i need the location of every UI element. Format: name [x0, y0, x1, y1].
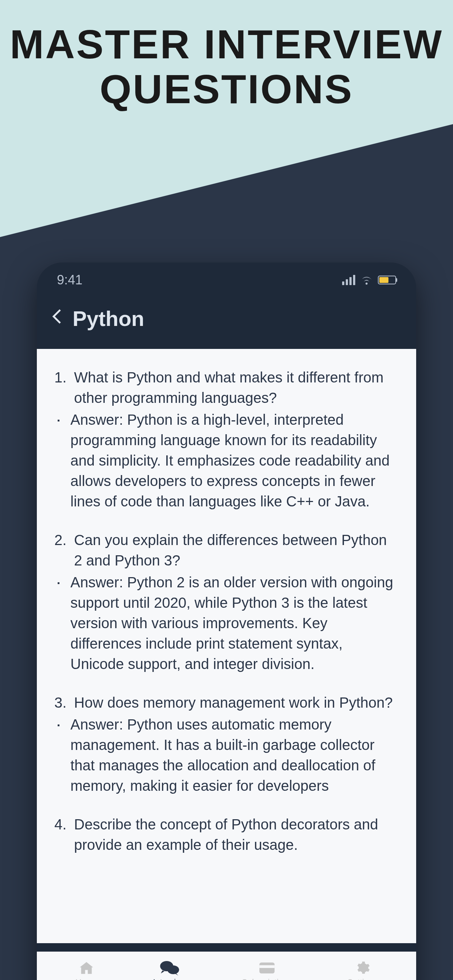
card-icon: [257, 960, 276, 975]
svg-point-1: [167, 966, 179, 974]
nav-home[interactable]: Home: [75, 960, 98, 980]
content-area[interactable]: 1. What is Python and what makes it diff…: [37, 349, 416, 943]
answer-text: Answer: Python uses automatic memory man…: [70, 714, 399, 796]
nav-label: Settings: [347, 978, 378, 980]
question-row: 2. Can you explain the differences betwe…: [54, 530, 399, 571]
question-number: 3.: [54, 692, 69, 713]
promo-title: MASTER INTERVIEW QUESTIONS: [0, 22, 453, 111]
question-number: 2.: [54, 530, 69, 571]
nav-label: Interview: [153, 978, 187, 980]
bottom-nav: Home Interview Subscriptions: [37, 951, 416, 980]
bullet-icon: ▪: [57, 714, 63, 796]
bullet-icon: ▪: [57, 409, 63, 512]
back-button[interactable]: [51, 309, 62, 328]
question-number: 4.: [54, 814, 69, 855]
answer-row: ▪ Answer: Python 2 is an older version w…: [54, 572, 399, 674]
battery-icon: [378, 275, 396, 285]
chat-icon: [160, 960, 179, 975]
question-text: Can you explain the differences between …: [74, 530, 399, 571]
bullet-icon: ▪: [57, 572, 63, 674]
nav-subscriptions[interactable]: Subscriptions: [242, 960, 292, 980]
question-text: What is Python and what makes it differe…: [74, 367, 399, 408]
signal-icon: [342, 275, 355, 285]
question-row: 3. How does memory management work in Py…: [54, 692, 399, 713]
question-number: 1.: [54, 367, 69, 408]
qa-item: 3. How does memory management work in Py…: [54, 692, 399, 796]
question-row: 1. What is Python and what makes it diff…: [54, 367, 399, 408]
status-time: 9:41: [57, 272, 83, 288]
status-icons: [342, 275, 396, 285]
nav-interview[interactable]: Interview: [153, 960, 187, 980]
wifi-icon: [360, 275, 373, 285]
app-header: Python: [37, 297, 416, 349]
qa-item: 2. Can you explain the differences betwe…: [54, 530, 399, 674]
nav-settings[interactable]: Settings: [347, 960, 378, 980]
svg-rect-3: [259, 965, 274, 968]
nav-label: Home: [75, 978, 98, 980]
answer-row: ▪ Answer: Python uses automatic memory m…: [54, 714, 399, 796]
question-text: Describe the concept of Python decorator…: [74, 814, 399, 855]
question-row: 4. Describe the concept of Python decora…: [54, 814, 399, 855]
question-text: How does memory management work in Pytho…: [74, 692, 393, 713]
status-bar: 9:41: [37, 262, 416, 297]
qa-item: 1. What is Python and what makes it diff…: [54, 367, 399, 512]
answer-text: Answer: Python is a high-level, interpre…: [70, 409, 399, 512]
answer-text: Answer: Python 2 is an older version wit…: [70, 572, 399, 674]
nav-label: Subscriptions: [242, 978, 292, 980]
answer-row: ▪ Answer: Python is a high-level, interp…: [54, 409, 399, 512]
promo-title-line1: MASTER INTERVIEW: [10, 22, 443, 67]
page-title: Python: [73, 306, 144, 331]
home-icon: [77, 960, 96, 975]
qa-item: 4. Describe the concept of Python decora…: [54, 814, 399, 855]
phone-frame: 9:41 Python 1. What is Python and: [37, 262, 416, 980]
promo-title-line2: QUESTIONS: [100, 66, 353, 112]
gear-icon: [353, 960, 372, 975]
